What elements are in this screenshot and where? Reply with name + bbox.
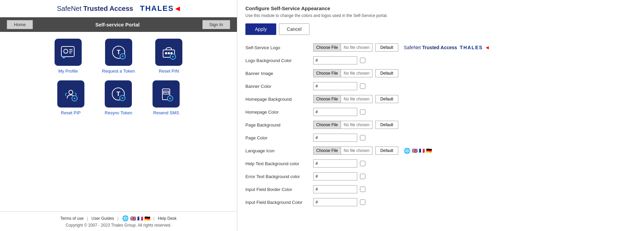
input-bg-color-control [313,198,636,206]
page-color-label: Page Color [245,135,313,140]
input-border-color-control [313,185,636,193]
help-text-bg-label: Help Text Background color [245,161,313,166]
language-icon-default-btn[interactable]: Default [375,147,398,155]
home-button[interactable]: Home [7,20,33,29]
error-text-bg-input[interactable] [313,172,357,180]
left-panel: SafeNet Trusted Access THALES ◀ Home Sel… [0,0,237,231]
self-service-logo-default-btn[interactable]: Default [375,43,398,52]
page-color-checkbox[interactable] [360,135,365,140]
input-bg-color-row: Input Field Background Color [245,196,636,208]
error-text-bg-checkbox[interactable] [360,174,365,179]
terms-link[interactable]: Terms of use [60,216,84,221]
self-service-logo-choose-btn[interactable]: Choose File [314,44,341,51]
homepage-color-input[interactable] [313,108,357,116]
logo-bg-color-row: Logo Background Color [245,55,636,66]
banner-color-checkbox[interactable] [360,83,365,89]
page-bg-control: Choose File No file chosen Default [313,121,636,129]
homepage-color-control [313,108,636,116]
input-bg-color-checkbox[interactable] [360,199,365,205]
guides-link[interactable]: User Guides [92,216,114,221]
lang-globe-icon: 🌐 [404,148,410,154]
input-border-color-input[interactable] [313,185,357,193]
language-icon-choose-btn[interactable]: Choose File [314,147,341,154]
resend-sms-item[interactable]: SMS Resend SMS [153,80,180,115]
logo-bg-color-checkbox[interactable] [360,58,365,63]
uk-flag-icon[interactable]: 🇬🇧 [130,216,136,221]
logo-bg-color-input[interactable] [313,56,357,64]
homepage-bg-row: Homepage Background Choose File No file … [245,93,636,105]
de-flag-icon[interactable]: 🇩🇪 [144,216,150,221]
help-text-bg-input[interactable] [313,159,357,168]
svg-point-15 [69,90,73,94]
homepage-color-checkbox[interactable] [360,109,365,115]
reset-pip-icon-box [57,80,84,108]
page-bg-label: Page Background [245,122,313,128]
globe-icon[interactable]: 🌐 [122,215,129,222]
page-bg-row: Page Background Choose File No file chos… [245,119,636,131]
footer-flags: 🌐 🇬🇧 🇫🇷 🇩🇪 [122,215,150,222]
banner-image-label: Banner Image [245,71,313,76]
self-service-logo-row: Self-Service Logo Choose File No file ch… [245,42,636,53]
lang-preview: 🌐 🇬🇧 🇫🇷 🇩🇪 [404,148,432,154]
homepage-color-label: Homepage Color [245,110,313,115]
homepage-bg-no-file: No file chosen [341,95,372,103]
apply-button[interactable]: Apply [245,23,276,35]
my-profile-label: My Profile [58,69,78,74]
config-description: Use this module to change the colors and… [245,13,636,18]
cancel-button[interactable]: Cancel [279,23,309,35]
banner-color-control [313,82,636,90]
language-icon-file-input: Choose File No file chosen [313,147,373,155]
homepage-bg-choose-btn[interactable]: Choose File [314,95,341,103]
input-bg-color-input[interactable] [313,198,357,206]
help-text-bg-row: Help Text Background color [245,158,636,169]
reset-pin-item[interactable]: Reset PIN [155,39,182,74]
preview-thales: THALES [460,45,483,50]
banner-image-row: Banner Image Choose File No file chosen … [245,68,636,79]
banner-image-file-input: Choose File No file chosen [313,69,373,77]
help-text-bg-checkbox[interactable] [360,161,365,166]
reset-pin-label: Reset PIN [159,69,179,74]
svg-rect-4 [69,53,72,53]
input-border-color-checkbox[interactable] [360,187,365,192]
signin-button[interactable]: Sign In [202,20,230,29]
homepage-bg-default-btn[interactable]: Default [375,95,398,103]
banner-color-label: Banner Color [245,84,313,89]
page-color-input[interactable] [313,134,357,142]
input-bg-color-label: Input Field Background Color [245,200,313,205]
site-footer: Terms of use | User Guides | 🌐 🇬🇧 🇫🇷 🇩🇪 … [0,211,237,231]
reset-pip-item[interactable]: Reset PIP [57,80,84,115]
request-token-item[interactable]: T + Request a Token [102,39,135,74]
lang-uk-icon: 🇬🇧 [412,148,418,153]
page-color-control [313,134,636,142]
helpdesk-link[interactable]: Help Desk [158,216,177,221]
footer-links: Terms of use | User Guides | 🌐 🇬🇧 🇫🇷 🇩🇪 … [7,215,230,222]
input-border-color-row: Input Field Border Color [245,184,636,195]
thales-logo: THALES ◀ [140,4,180,13]
my-profile-item[interactable]: My Profile [55,39,82,74]
page-bg-default-btn[interactable]: Default [375,121,398,129]
resync-token-item[interactable]: T Resync Token [105,80,132,115]
svg-rect-12 [168,52,170,54]
lang-de-icon: 🇩🇪 [426,148,432,153]
svg-rect-2 [69,49,73,50]
svg-text:T: T [117,91,120,97]
banner-image-default-btn[interactable]: Default [375,69,398,77]
error-text-bg-row: Error Text Background color [245,171,636,182]
self-service-logo-file-input: Choose File No file chosen [313,43,373,52]
banner-image-choose-btn[interactable]: Choose File [314,70,341,77]
input-border-color-label: Input Field Border Color [245,187,313,192]
help-text-bg-control [313,159,636,168]
site-header: SafeNet Trusted Access THALES ◀ [0,0,237,17]
icons-row-2: Reset PIP T Resync Token [57,80,180,115]
config-title: Configure Self-Service Appearance [245,5,636,11]
fr-flag-icon[interactable]: 🇫🇷 [137,216,143,221]
banner-color-input[interactable] [313,82,357,90]
banner-image-no-file: No file chosen [341,70,372,77]
error-text-bg-control [313,172,636,180]
page-bg-choose-btn[interactable]: Choose File [314,121,341,129]
logo-bg-color-control [313,56,636,64]
brand-bold: Trusted Access [83,5,133,12]
brand-name: SafeNet Trusted Access [57,5,133,13]
nav-bar: Home Self-service Portal Sign In [0,17,237,32]
svg-text:SMS: SMS [164,91,169,94]
